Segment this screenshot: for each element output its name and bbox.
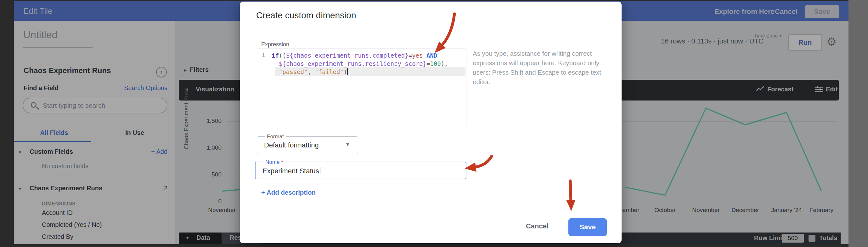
expression-label: Expression (261, 41, 289, 48)
required-asterisk: * (281, 159, 283, 165)
expression-code: if((${chaos_experiment_runs.completed}=y… (272, 51, 448, 76)
name-label: Name * (263, 159, 285, 165)
expression-assist-text: As you type, assistance for writing corr… (473, 49, 613, 87)
modal-title: Create custom dimension (256, 10, 356, 21)
expression-code-editor[interactable]: 1 if((${chaos_experiment_runs.completed}… (257, 49, 466, 126)
format-value: Default formatting (264, 141, 319, 149)
name-value: Experiment Status (262, 167, 320, 175)
create-custom-dimension-modal: Create custom dimension Expression 1 if(… (240, 2, 622, 243)
name-input[interactable]: Name * Experiment Status (255, 162, 466, 179)
modal-cancel-button[interactable]: Cancel (523, 222, 551, 230)
code-line: ${chaos_experiment_runs.resiliency_score… (272, 59, 448, 68)
text-cursor (320, 167, 320, 174)
chevron-down-icon: ▼ (345, 141, 350, 148)
desktop-background (848, 0, 868, 247)
code-line: if((${chaos_experiment_runs.completed}=y… (272, 51, 448, 59)
modal-save-button[interactable]: Save (568, 218, 607, 236)
add-description-link[interactable]: + Add description (261, 189, 316, 196)
format-label: Format (265, 134, 286, 140)
text-cursor (347, 68, 348, 75)
code-line: "passed", "failed") (272, 68, 448, 76)
format-select[interactable]: Format Default formatting ▼ (257, 136, 358, 154)
line-number: 1 (261, 51, 265, 58)
